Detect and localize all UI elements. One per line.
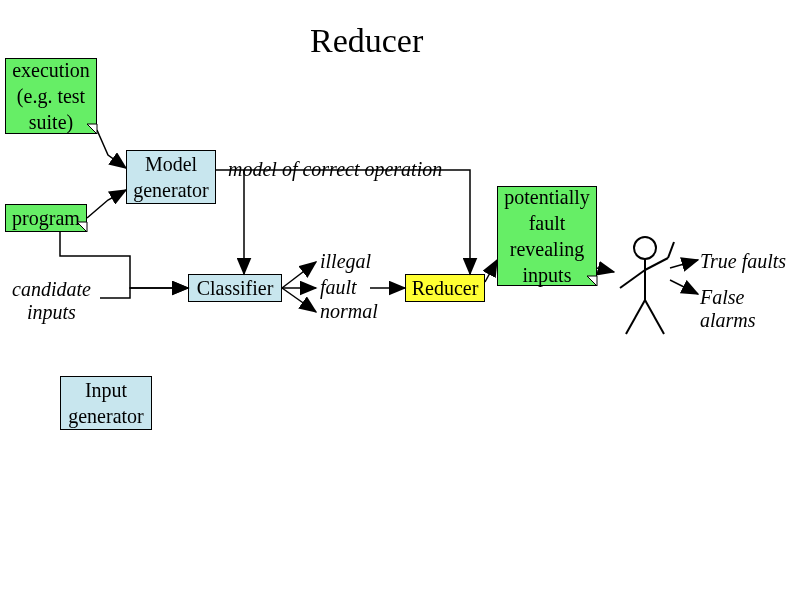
normal-label: normal: [320, 300, 378, 323]
stick-figure-icon: [610, 234, 690, 344]
classifier-box: Classifier: [188, 274, 282, 302]
candidate-inputs-label: candidate inputs: [12, 278, 91, 324]
svg-point-0: [634, 237, 656, 259]
model-generator-box: Model generator: [126, 150, 216, 204]
program-box: program: [5, 204, 87, 232]
diagram-title: Reducer: [310, 22, 423, 60]
potentially-box: potentially fault revealing inputs: [497, 186, 597, 286]
fault-label: fault: [320, 276, 357, 299]
execution-box: execution (e.g. test suite): [5, 58, 97, 134]
model-correct-label: model of correct operation: [228, 158, 442, 181]
illegal-label: illegal: [320, 250, 371, 273]
svg-line-2: [620, 270, 645, 288]
reducer-box: Reducer: [405, 274, 485, 302]
svg-line-6: [645, 300, 664, 334]
svg-line-5: [626, 300, 645, 334]
svg-line-9: [282, 288, 316, 312]
svg-line-3: [645, 258, 668, 270]
true-faults-label: True faults: [700, 250, 786, 273]
false-alarms-label: False alarms: [700, 286, 794, 332]
input-generator-box: Input generator: [60, 376, 152, 430]
svg-line-4: [668, 242, 674, 258]
svg-line-7: [282, 262, 316, 288]
